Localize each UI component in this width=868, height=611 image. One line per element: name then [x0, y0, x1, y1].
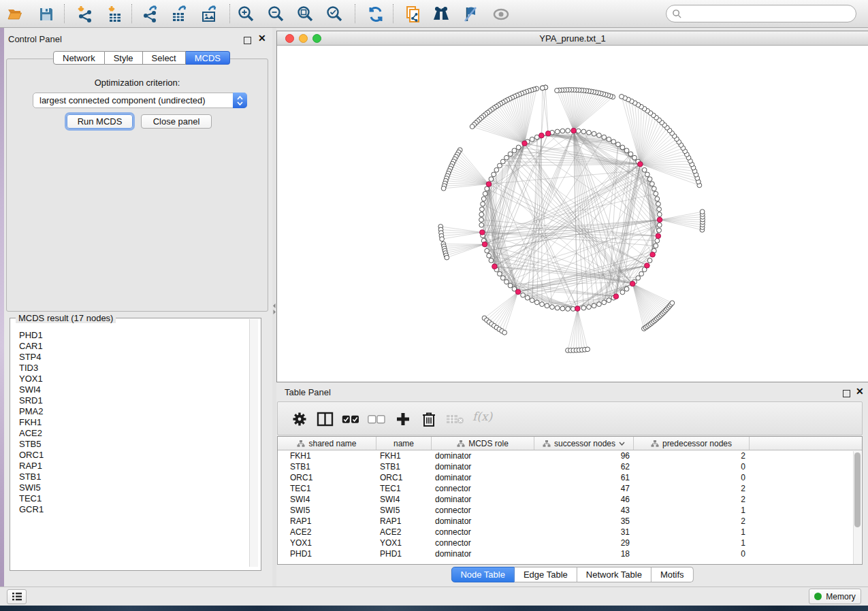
network-node[interactable] [632, 155, 637, 160]
mcds-result-item[interactable]: TID3 [11, 363, 248, 374]
network-leaf-node[interactable] [555, 88, 560, 93]
function-builder-icon[interactable]: f(x) [472, 410, 492, 423]
table-tab-motifs[interactable]: Motifs [652, 567, 694, 582]
select-all-icon[interactable] [342, 414, 359, 427]
network-node[interactable] [602, 135, 607, 139]
table-tab-edge-table[interactable]: Edge Table [515, 567, 577, 582]
zoom-out-icon[interactable] [265, 3, 288, 25]
table-tab-node-table[interactable]: Node Table [451, 567, 515, 582]
zoom-fit-icon[interactable] [294, 3, 317, 25]
mcds-dominator-node[interactable] [656, 233, 661, 239]
network-node[interactable] [566, 307, 570, 312]
control-panel-tab-mcds[interactable]: MCDS [186, 51, 230, 65]
network-node[interactable] [479, 222, 484, 227]
network-node[interactable] [654, 244, 658, 248]
table-scrollbar[interactable] [853, 451, 861, 564]
float-table-panel-icon[interactable] [843, 388, 850, 400]
control-panel-tab-style[interactable]: Style [105, 51, 143, 65]
column-header-successor-nodes[interactable]: successor nodes [534, 437, 634, 450]
network-node[interactable] [654, 191, 658, 196]
network-node[interactable] [492, 172, 496, 177]
control-panel-tab-network[interactable]: Network [53, 51, 105, 65]
mcds-result-item[interactable]: STB1 [11, 472, 248, 482]
mcds-dominator-node[interactable] [571, 128, 577, 133]
close-panel-icon[interactable]: ✕ [258, 32, 266, 44]
network-node[interactable] [560, 306, 565, 311]
column-header-MCDS-role[interactable]: MCDS role [432, 437, 534, 450]
zoom-in-icon[interactable] [235, 3, 258, 25]
network-node[interactable] [497, 163, 502, 168]
network-node[interactable] [530, 137, 534, 142]
mcds-result-item[interactable]: PHD1 [11, 330, 248, 341]
control-panel-tab-select[interactable]: Select [143, 51, 186, 65]
network-node[interactable] [587, 305, 592, 310]
table-row-ACE2[interactable]: ACE2ACE2connector311 [278, 527, 862, 538]
mcds-list-scrollbar[interactable] [249, 319, 258, 567]
network-node[interactable] [620, 290, 625, 295]
deselect-all-icon[interactable] [368, 414, 385, 427]
mcds-result-item[interactable]: CAR1 [11, 341, 248, 352]
network-node[interactable] [550, 305, 555, 310]
network-node[interactable] [512, 148, 517, 153]
network-node[interactable] [489, 258, 494, 263]
mcds-dominator-node[interactable] [486, 182, 492, 187]
mcds-dominator-node[interactable] [613, 294, 619, 299]
network-node[interactable] [485, 186, 489, 191]
float-panel-icon[interactable] [244, 35, 251, 47]
network-node[interactable] [508, 283, 513, 288]
network-node[interactable] [500, 159, 505, 164]
column-header-predecessor-nodes[interactable]: predecessor nodes [634, 437, 750, 450]
mcds-dominator-node[interactable] [657, 217, 662, 222]
import-network-icon[interactable] [74, 3, 97, 25]
network-node[interactable] [525, 295, 530, 300]
network-node[interactable] [624, 148, 629, 153]
network-graph-canvas[interactable] [277, 46, 867, 382]
network-node[interactable] [581, 306, 586, 310]
network-node[interactable] [508, 152, 513, 156]
network-node[interactable] [642, 167, 647, 172]
close-table-panel-icon[interactable]: ✕ [856, 385, 864, 397]
mcds-result-item[interactable]: TEC1 [11, 493, 248, 504]
network-node[interactable] [481, 197, 486, 201]
table-scrollbar-thumb[interactable] [854, 452, 861, 527]
network-node[interactable] [647, 258, 652, 263]
network-leaf-node[interactable] [670, 301, 675, 306]
mcds-dominator-node[interactable] [539, 133, 545, 138]
mcds-dominator-node[interactable] [480, 230, 485, 235]
network-node[interactable] [581, 129, 586, 134]
network-node[interactable] [481, 201, 485, 206]
optimization-criterion-select[interactable]: largest connected component (undirected) [33, 93, 247, 108]
network-node[interactable] [639, 271, 644, 276]
mcds-dominator-node[interactable] [638, 161, 643, 167]
hide-selected-icon[interactable] [459, 3, 482, 25]
network-node[interactable] [555, 129, 560, 134]
table-settings-icon[interactable] [291, 411, 308, 430]
network-node[interactable] [483, 191, 487, 196]
mcds-result-item[interactable]: GCR1 [11, 504, 248, 515]
network-node[interactable] [555, 306, 560, 310]
table-row-SWI5[interactable]: SWI5SWI5connector431 [278, 505, 862, 516]
network-node[interactable] [597, 133, 602, 138]
mcds-result-item[interactable]: STP4 [11, 352, 248, 363]
mcds-result-item[interactable]: ACE2 [11, 428, 248, 439]
network-node[interactable] [479, 212, 484, 217]
network-node[interactable] [500, 276, 505, 280]
network-node[interactable] [628, 152, 633, 156]
mcds-result-item[interactable]: STB5 [11, 439, 248, 450]
mcds-result-item[interactable]: SWI5 [11, 482, 248, 493]
network-leaf-node[interactable] [502, 330, 507, 335]
network-window-titlebar[interactable]: YPA_prune.txt_1 [277, 31, 868, 46]
network-leaf-node[interactable] [540, 86, 545, 90]
network-node[interactable] [587, 130, 592, 135]
network-node[interactable] [480, 207, 485, 212]
network-node[interactable] [494, 167, 499, 172]
export-table-icon[interactable] [167, 3, 191, 25]
network-node[interactable] [620, 145, 625, 150]
table-row-YOX1[interactable]: YOX1YOX1connector291 [278, 538, 862, 548]
network-node[interactable] [504, 155, 509, 160]
network-node[interactable] [521, 293, 526, 297]
network-node[interactable] [534, 300, 539, 305]
panel-mode-icon[interactable] [317, 411, 334, 430]
mcds-dominator-node[interactable] [482, 242, 487, 247]
network-node[interactable] [647, 177, 652, 182]
